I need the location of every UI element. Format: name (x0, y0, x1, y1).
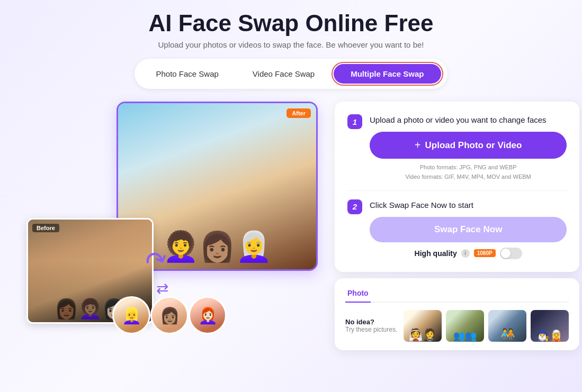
upload-button-label: Upload Photo or Video (425, 140, 522, 151)
swap-arrows-icon: ⇄ (156, 280, 168, 297)
page-subtitle: Upload your photos or videos to swap the… (21, 40, 561, 49)
image-showcase: After 👩‍🦱👩🏽👩‍🦳 Before 👩🏾👩🏽‍🦱👩🏻 ↷ ⇄ (21, 102, 318, 340)
page-title: AI Face Swap Online Free (21, 11, 561, 36)
step-2-title: Click Swap Face Now to start (370, 199, 567, 211)
format-text-video: Video formats: GIF, M4V, MP4, MOV and WE… (370, 172, 567, 182)
sample-image-3[interactable] (488, 310, 526, 342)
tab-multiple-wrapper: Multiple Face Swap (332, 62, 443, 86)
upload-button[interactable]: + Upload Photo or Video (370, 132, 567, 159)
tab-multiple[interactable]: Multiple Face Swap (334, 64, 441, 84)
face-circle-1: 👱‍♀️ (112, 296, 150, 334)
no-idea-label: No idea? (345, 318, 397, 326)
transition-arrow: ↷ (146, 245, 168, 276)
step-2-row: 2 Click Swap Face Now to start Swap Face… (347, 199, 567, 259)
format-text-photo: Photo formats: JPG, PNG and WEBP (370, 163, 567, 172)
step-1-badge: 1 (347, 114, 362, 129)
steps-card: 1 Upload a photo or video you want to ch… (335, 102, 579, 271)
main-content: After 👩‍🦱👩🏽👩‍🦳 Before 👩🏾👩🏽‍🦱👩🏻 ↷ ⇄ (21, 102, 561, 350)
face-circle-3: 👩🏻‍🦰 (189, 296, 227, 334)
samples-row: No idea? Try these pictures. (345, 310, 569, 342)
swap-now-button[interactable]: Swap Face Now (370, 217, 567, 242)
sample-image-1[interactable] (404, 310, 442, 342)
plus-icon: + (415, 139, 421, 151)
step-2-content: Click Swap Face Now to start Swap Face N… (370, 199, 567, 259)
face-circles-row: 👱‍♀️ 👩🏽 👩🏻‍🦰 (112, 296, 227, 334)
step-divider (347, 190, 567, 191)
face-circle-2: 👩🏽 (150, 296, 189, 334)
step-2-badge: 2 (347, 199, 362, 214)
swap-icon: ⇄ (156, 280, 168, 297)
no-idea-text-group: No idea? Try these pictures. (345, 318, 397, 333)
after-label: After (286, 108, 311, 118)
no-idea-sublabel: Try these pictures. (345, 326, 397, 333)
step-1-title: Upload a photo or video you want to chan… (370, 114, 567, 125)
sample-image-2[interactable] (446, 310, 484, 342)
tab-photo[interactable]: Photo Face Swap (139, 64, 235, 84)
right-panel: 1 Upload a photo or video you want to ch… (335, 102, 579, 350)
samples-card: Photo No idea? Try these pictures. (335, 278, 579, 350)
samples-tabs: Photo (345, 287, 569, 303)
page-header: AI Face Swap Online Free Upload your pho… (21, 11, 561, 49)
quality-row: High quality i 1080P (370, 248, 567, 259)
quality-label: High quality (415, 249, 457, 258)
quality-toggle[interactable] (500, 248, 522, 259)
before-label: Before (32, 224, 59, 232)
tab-video[interactable]: Video Face Swap (236, 64, 332, 84)
step-1-row: 1 Upload a photo or video you want to ch… (347, 114, 567, 181)
info-icon[interactable]: i (461, 249, 470, 258)
sample-tab-photo[interactable]: Photo (345, 287, 371, 303)
quality-badge: 1080P (474, 249, 496, 257)
sample-images-group (404, 310, 569, 342)
arrow-icon: ↷ (141, 243, 172, 279)
sample-image-4[interactable] (531, 310, 569, 342)
step-1-content: Upload a photo or video you want to chan… (370, 114, 567, 181)
tab-bar: Photo Face Swap Video Face Swap Multiple… (135, 59, 447, 89)
